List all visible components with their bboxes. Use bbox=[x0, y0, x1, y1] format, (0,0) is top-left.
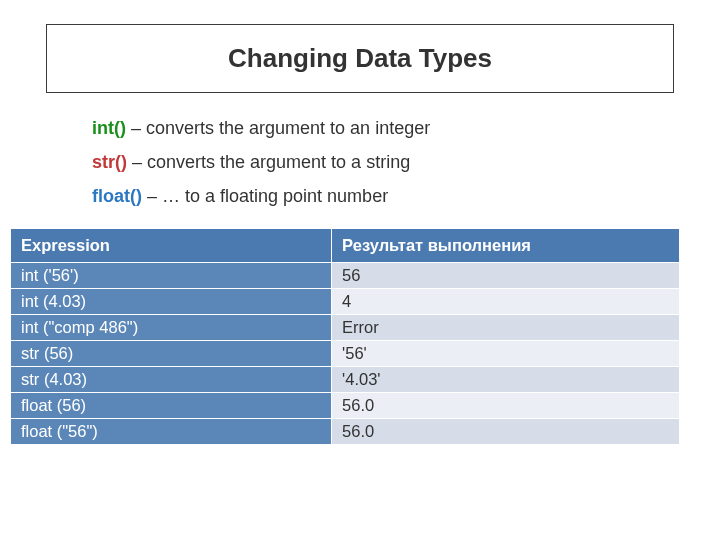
cell-expr: int (4.03) bbox=[11, 288, 332, 314]
cell-res: 56 bbox=[332, 262, 680, 288]
fn-str: str() bbox=[92, 152, 127, 172]
title-box: Changing Data Types bbox=[46, 24, 674, 93]
cell-res: '56' bbox=[332, 340, 680, 366]
table-row: float ("56") 56.0 bbox=[11, 418, 680, 444]
def-float: float() – … to a floating point number bbox=[92, 179, 720, 213]
header-result: Результат выполнения bbox=[332, 228, 680, 262]
cell-res: 56.0 bbox=[332, 392, 680, 418]
table-row: float (56) 56.0 bbox=[11, 392, 680, 418]
cell-expr: int ("comp 486") bbox=[11, 314, 332, 340]
def-float-text: – … to a floating point number bbox=[142, 186, 388, 206]
cell-expr: int ('56') bbox=[11, 262, 332, 288]
cell-res: 56.0 bbox=[332, 418, 680, 444]
table-row: str (4.03) '4.03' bbox=[11, 366, 680, 392]
table-row: int ("comp 486") Error bbox=[11, 314, 680, 340]
table-row: int ('56') 56 bbox=[11, 262, 680, 288]
def-int-text: – converts the argument to an integer bbox=[126, 118, 430, 138]
cell-res: 4 bbox=[332, 288, 680, 314]
table-header-row: Expression Результат выполнения bbox=[11, 228, 680, 262]
cell-expr: float (56) bbox=[11, 392, 332, 418]
conversion-table: Expression Результат выполнения int ('56… bbox=[10, 228, 680, 445]
cell-res: Error bbox=[332, 314, 680, 340]
table-row: int (4.03) 4 bbox=[11, 288, 680, 314]
page-title: Changing Data Types bbox=[47, 43, 673, 74]
header-expression: Expression bbox=[11, 228, 332, 262]
cell-expr: float ("56") bbox=[11, 418, 332, 444]
fn-int: int() bbox=[92, 118, 126, 138]
cell-expr: str (56) bbox=[11, 340, 332, 366]
cell-expr: str (4.03) bbox=[11, 366, 332, 392]
def-str: str() – converts the argument to a strin… bbox=[92, 145, 720, 179]
cell-res: '4.03' bbox=[332, 366, 680, 392]
fn-float: float() bbox=[92, 186, 142, 206]
definitions: int() – converts the argument to an inte… bbox=[92, 111, 720, 214]
def-int: int() – converts the argument to an inte… bbox=[92, 111, 720, 145]
table-row: str (56) '56' bbox=[11, 340, 680, 366]
def-str-text: – converts the argument to a string bbox=[127, 152, 410, 172]
